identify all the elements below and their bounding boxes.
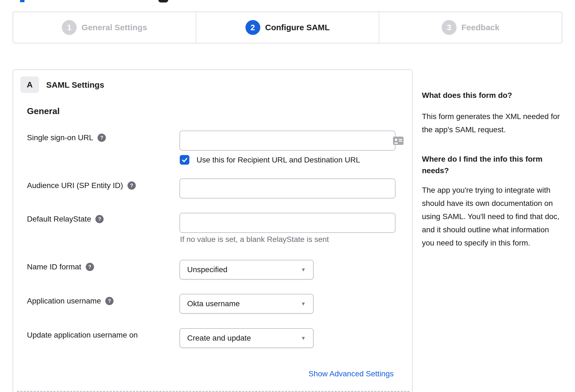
single-sign-on-url-label: Single sign-on URL ? <box>27 133 106 142</box>
application-username-select[interactable]: Okta username ▾ <box>179 294 314 314</box>
default-relaystate-label: Default RelayState ? <box>27 214 104 224</box>
section-dashed-divider <box>17 391 410 392</box>
general-group-title: General <box>27 106 60 116</box>
section-a-badge: A <box>20 76 39 93</box>
audience-uri-input[interactable] <box>179 178 396 198</box>
field-label-text: Single sign-on URL <box>27 133 93 142</box>
name-id-format-label: Name ID format ? <box>27 262 94 272</box>
help-icon[interactable]: ? <box>86 263 94 271</box>
step-label: Configure SAML <box>265 23 330 32</box>
help-heading-what: What does this form do? <box>422 90 563 101</box>
help-body-what: This form generates the XML needed for t… <box>422 110 563 136</box>
update-application-username-label: Update application username on <box>27 330 138 340</box>
audience-uri-label: Audience URI (SP Entity ID) ? <box>27 181 136 190</box>
help-sidebar: What does this form do? This form genera… <box>422 90 563 250</box>
step-label: Feedback <box>461 23 499 32</box>
default-relaystate-input[interactable] <box>179 213 396 233</box>
saml-settings-panel: A SAML Settings General Single sign-on U… <box>13 69 413 392</box>
section-title: SAML Settings <box>46 80 104 90</box>
cutoff-logo-fragment <box>20 0 24 2</box>
step-label: General Settings <box>82 23 147 32</box>
relaystate-hint-text: If no value is set, a blank RelayState i… <box>180 235 329 244</box>
selected-value: Create and update <box>187 334 302 343</box>
selected-value: Okta username <box>187 299 302 308</box>
chevron-down-icon: ▾ <box>302 266 305 273</box>
help-icon[interactable]: ? <box>105 297 114 305</box>
name-id-format-select[interactable]: Unspecified ▾ <box>179 260 314 280</box>
update-application-username-select[interactable]: Create and update ▾ <box>179 328 314 348</box>
use-this-for-recipient-checkbox[interactable] <box>180 155 189 165</box>
step-number-badge: 1 <box>62 20 77 35</box>
step-number-badge: 3 <box>442 20 457 35</box>
address-card-icon[interactable] <box>393 137 403 145</box>
step-feedback[interactable]: 3 Feedback <box>379 12 562 43</box>
checkbox-label: Use this for Recipient URL and Destinati… <box>197 156 360 164</box>
wizard-stepper: 1 General Settings 2 Configure SAML 3 Fe… <box>13 12 562 43</box>
help-icon[interactable]: ? <box>95 215 104 223</box>
recipient-url-checkbox-row: Use this for Recipient URL and Destinati… <box>180 155 360 165</box>
step-configure-saml[interactable]: 2 Configure SAML <box>196 12 379 43</box>
field-label-text: Audience URI (SP Entity ID) <box>27 181 123 190</box>
help-icon[interactable]: ? <box>128 181 136 190</box>
field-label-text: Update application username on <box>27 330 138 340</box>
application-username-label: Application username ? <box>27 296 114 306</box>
show-advanced-settings-link[interactable]: Show Advanced Settings <box>308 369 394 378</box>
step-number-badge: 2 <box>245 20 260 35</box>
selected-value: Unspecified <box>187 265 302 274</box>
single-sign-on-url-input[interactable] <box>179 131 396 151</box>
chevron-down-icon: ▾ <box>302 300 305 307</box>
help-icon[interactable]: ? <box>98 134 106 142</box>
field-label-text: Default RelayState <box>27 214 91 224</box>
help-heading-where: Where do I find the info this form needs… <box>422 153 563 176</box>
step-general-settings[interactable]: 1 General Settings <box>13 12 196 43</box>
chevron-down-icon: ▾ <box>302 335 305 342</box>
help-body-where: The app you're trying to integrate with … <box>422 184 563 250</box>
checkmark-icon <box>181 157 188 163</box>
field-label-text: Name ID format <box>27 262 81 272</box>
cutoff-icon-fragment <box>158 0 168 2</box>
field-label-text: Application username <box>27 296 101 306</box>
